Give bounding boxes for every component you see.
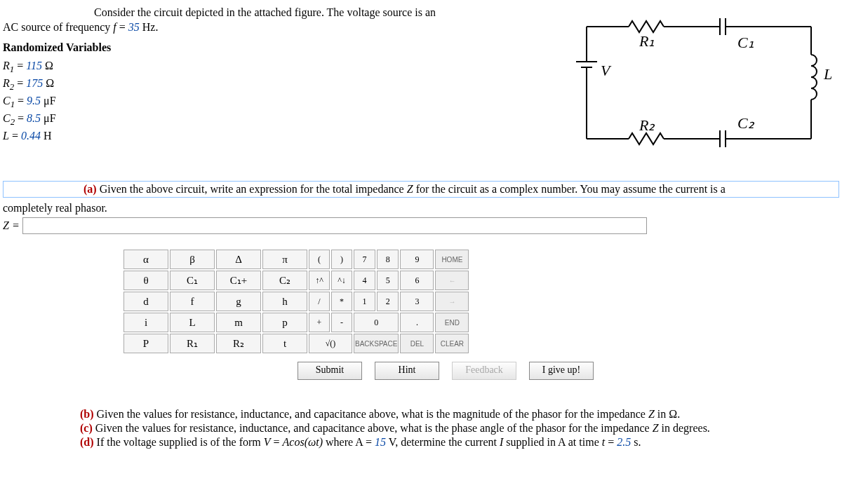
key-dot[interactable]: . (400, 313, 434, 332)
key-del[interactable]: DEL (400, 334, 434, 353)
hint-button[interactable]: Hint (375, 362, 439, 380)
key-c1plus[interactable]: C₁+ (216, 271, 261, 290)
part-a-box: (a) Given the above circuit, write an ex… (3, 181, 839, 198)
parts-bcd: (b) Given the values for resistance, ind… (3, 408, 839, 449)
key-slash[interactable]: / (309, 292, 330, 311)
key-R2[interactable]: R₂ (216, 334, 261, 353)
key-P[interactable]: P (123, 334, 168, 353)
key-pi[interactable]: π (262, 250, 307, 269)
key-up[interactable]: ↑^ (309, 271, 330, 290)
key-star[interactable]: * (331, 292, 352, 311)
key-c1[interactable]: C₁ (170, 271, 215, 290)
key-8[interactable]: 8 (377, 250, 399, 269)
key-open-paren[interactable]: ( (309, 250, 330, 269)
svg-text:C₁: C₁ (737, 34, 754, 51)
key-5[interactable]: 5 (377, 271, 399, 290)
key-home[interactable]: HOME (435, 250, 469, 269)
key-beta[interactable]: β (170, 250, 215, 269)
key-alpha[interactable]: α (123, 250, 168, 269)
svg-text:V: V (601, 62, 612, 79)
key-R1[interactable]: R₁ (170, 334, 215, 353)
key-p[interactable]: p (262, 313, 307, 332)
submit-button[interactable]: Submit (298, 362, 362, 380)
key-t[interactable]: t (262, 334, 307, 353)
svg-text:R₁: R₁ (639, 32, 655, 50)
key-minus[interactable]: - (331, 313, 352, 332)
keypad: α β Δ π ( ) 7 8 9 HOME θ C₁ C₁+ C₂ ↑^ ^↓… (122, 248, 839, 380)
svg-text:R₂: R₂ (639, 116, 655, 134)
key-plus[interactable]: + (309, 313, 330, 332)
key-delta[interactable]: Δ (216, 250, 261, 269)
key-g[interactable]: g (216, 292, 261, 311)
key-clear[interactable]: CLEAR (435, 334, 469, 353)
key-3[interactable]: 3 (400, 292, 434, 311)
variables-list: R1 = 115 Ω R2 = 175 Ω C1 = 9.5 μF C2 = 8… (3, 59, 544, 143)
key-sqrt[interactable]: √() (309, 334, 352, 353)
svg-text:C₂: C₂ (737, 114, 755, 132)
key-h[interactable]: h (262, 292, 307, 311)
key-f[interactable]: f (170, 292, 215, 311)
circuit-diagram: V R₁ C₁ L R₂ C₂ (559, 6, 839, 174)
key-backspace[interactable]: BACKSPACE (354, 334, 399, 353)
key-m[interactable]: m (216, 313, 261, 332)
key-end[interactable]: END (435, 313, 469, 332)
intro-line-1: Consider the circuit depicted in the att… (3, 6, 544, 20)
key-4[interactable]: 4 (354, 271, 375, 290)
key-theta[interactable]: θ (123, 271, 168, 290)
answer-lhs: Z = (3, 219, 20, 232)
intro-line-2: AC source of frequency f = 35 Hz. (3, 20, 544, 35)
key-7[interactable]: 7 (354, 250, 375, 269)
feedback-button[interactable]: Feedback (452, 362, 516, 380)
key-left[interactable]: ← (435, 271, 469, 290)
key-6[interactable]: 6 (400, 271, 434, 290)
key-0[interactable]: 0 (354, 313, 399, 332)
key-9[interactable]: 9 (400, 250, 434, 269)
key-L[interactable]: L (170, 313, 215, 332)
answer-input[interactable] (22, 217, 647, 234)
giveup-button[interactable]: I give up! (529, 362, 594, 380)
key-down[interactable]: ^↓ (331, 271, 352, 290)
key-close-paren[interactable]: ) (331, 250, 352, 269)
key-d[interactable]: d (123, 292, 168, 311)
key-right[interactable]: → (435, 292, 469, 311)
randomized-heading: Randomized Variables (3, 41, 544, 55)
key-i[interactable]: i (123, 313, 168, 332)
key-1[interactable]: 1 (354, 292, 375, 311)
part-a-line2: completely real phasor. (3, 202, 839, 214)
key-c2[interactable]: C₂ (262, 271, 307, 290)
key-2[interactable]: 2 (377, 292, 399, 311)
svg-text:L: L (823, 65, 832, 83)
